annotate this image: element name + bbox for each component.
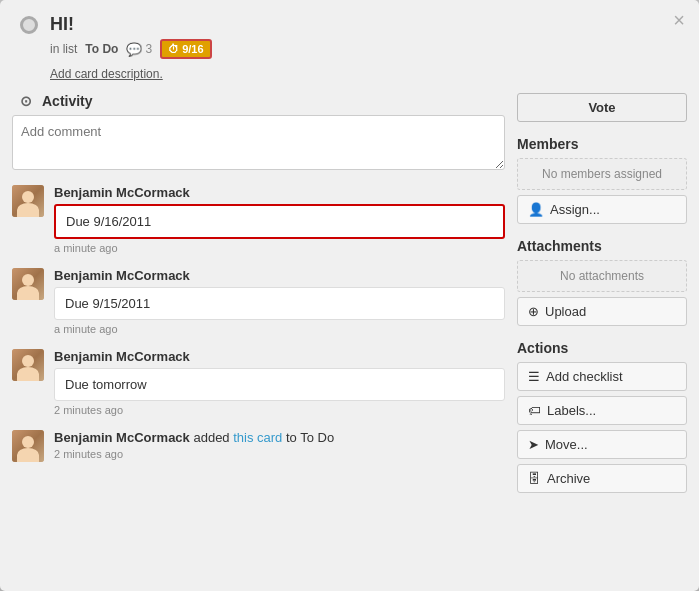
- in-list-label: in list: [50, 42, 77, 56]
- card-subtitle: in list To Do 💬 3 ⏱ 9/16: [50, 39, 659, 59]
- activity-time: a minute ago: [54, 323, 505, 335]
- checklist-icon: ☰: [528, 369, 540, 384]
- activity-author: Benjamin McCormack: [54, 268, 505, 283]
- activity-author: Benjamin McCormack: [54, 349, 505, 364]
- members-section: Members No members assigned 👤 Assign...: [517, 136, 687, 224]
- actions-section: Actions ☰ Add checklist 🏷 Labels... ➤ Mo…: [517, 340, 687, 493]
- move-label: Move...: [545, 437, 588, 452]
- activity-time: a minute ago: [54, 242, 505, 254]
- tag-icon: 🏷: [528, 403, 541, 418]
- activity-message: Due tomorrow: [54, 368, 505, 401]
- activity-item-content: Benjamin McCormack added this card to To…: [54, 430, 505, 462]
- activity-item: Benjamin McCormack Due 9/16/2011 a minut…: [12, 185, 505, 254]
- add-checklist-label: Add checklist: [546, 369, 623, 384]
- archive-button[interactable]: 🗄 Archive: [517, 464, 687, 493]
- activity-section: ⊙ Activity: [12, 93, 505, 173]
- move-button[interactable]: ➤ Move...: [517, 430, 687, 459]
- move-icon: ➤: [528, 437, 539, 452]
- activity-time: 2 minutes ago: [54, 404, 505, 416]
- main-column: ⊙ Activity Benjamin McCormack Due 9/16/2…: [12, 93, 505, 579]
- avatar: [12, 268, 44, 300]
- attachments-section: Attachments No attachments ⊕ Upload: [517, 238, 687, 326]
- upload-button[interactable]: ⊕ Upload: [517, 297, 687, 326]
- close-button[interactable]: ×: [673, 10, 685, 30]
- activity-message: Due 9/16/2011: [54, 204, 505, 239]
- comment-input[interactable]: [12, 115, 505, 170]
- activity-item-content: Benjamin McCormack Due 9/16/2011 a minut…: [54, 185, 505, 254]
- person-icon: 👤: [528, 202, 544, 217]
- upload-label: Upload: [545, 304, 586, 319]
- actions-title: Actions: [517, 340, 687, 356]
- header-content: HI! in list To Do 💬 3 ⏱ 9/16: [50, 14, 659, 67]
- labels-label: Labels...: [547, 403, 596, 418]
- activity-title: ⊙ Activity: [12, 93, 505, 109]
- activity-item: Benjamin McCormack Due 9/15/2011 a minut…: [12, 268, 505, 335]
- avatar: [12, 185, 44, 217]
- vote-section: Vote: [517, 93, 687, 122]
- clock-icon: ⏱: [168, 43, 179, 55]
- activity-text: Benjamin McCormack added this card to To…: [54, 430, 505, 445]
- sidebar: Vote Members No members assigned 👤 Assig…: [517, 93, 687, 579]
- activity-icon: ⊙: [18, 93, 34, 109]
- activity-list: Benjamin McCormack Due 9/16/2011 a minut…: [12, 185, 505, 462]
- modal-body: ⊙ Activity Benjamin McCormack Due 9/16/2…: [0, 93, 699, 591]
- comment-icon: 💬: [126, 42, 142, 57]
- card-title: HI!: [50, 14, 659, 35]
- members-title: Members: [517, 136, 687, 152]
- archive-icon: 🗄: [528, 471, 541, 486]
- activity-item-content: Benjamin McCormack Due 9/15/2011 a minut…: [54, 268, 505, 335]
- upload-icon: ⊕: [528, 304, 539, 319]
- activity-item-content: Benjamin McCormack Due tomorrow 2 minute…: [54, 349, 505, 416]
- avatar-image: [12, 185, 44, 217]
- assign-label: Assign...: [550, 202, 600, 217]
- activity-author: Benjamin McCormack: [54, 185, 505, 200]
- activity-label: Activity: [42, 93, 93, 109]
- activity-author-inline: Benjamin McCormack: [54, 430, 190, 445]
- activity-item: Benjamin McCormack Due tomorrow 2 minute…: [12, 349, 505, 416]
- avatar-image: [12, 349, 44, 381]
- labels-button[interactable]: 🏷 Labels...: [517, 396, 687, 425]
- modal-header: HI! in list To Do 💬 3 ⏱ 9/16: [0, 0, 699, 67]
- attachments-title: Attachments: [517, 238, 687, 254]
- assign-button[interactable]: 👤 Assign...: [517, 195, 687, 224]
- add-checklist-button[interactable]: ☰ Add checklist: [517, 362, 687, 391]
- comment-count: 3: [145, 42, 152, 56]
- avatar-image: [12, 430, 44, 462]
- archive-label: Archive: [547, 471, 590, 486]
- time-value: 9/16: [182, 43, 203, 55]
- no-attachments-label: No attachments: [517, 260, 687, 292]
- activity-time: 2 minutes ago: [54, 448, 505, 460]
- add-description-link[interactable]: Add card description.: [50, 67, 699, 81]
- no-members-label: No members assigned: [517, 158, 687, 190]
- card-link[interactable]: this card: [233, 430, 282, 445]
- activity-item: Benjamin McCormack added this card to To…: [12, 430, 505, 462]
- activity-message: Due 9/15/2011: [54, 287, 505, 320]
- card-icon: [20, 16, 38, 34]
- avatar: [12, 349, 44, 381]
- list-name-link[interactable]: To Do: [85, 42, 118, 56]
- avatar: [12, 430, 44, 462]
- avatar-image: [12, 268, 44, 300]
- comment-badge: 💬 3: [126, 42, 152, 57]
- card-modal: × HI! in list To Do 💬 3 ⏱ 9/16 Add card …: [0, 0, 699, 591]
- time-badge: ⏱ 9/16: [160, 39, 211, 59]
- vote-button[interactable]: Vote: [517, 93, 687, 122]
